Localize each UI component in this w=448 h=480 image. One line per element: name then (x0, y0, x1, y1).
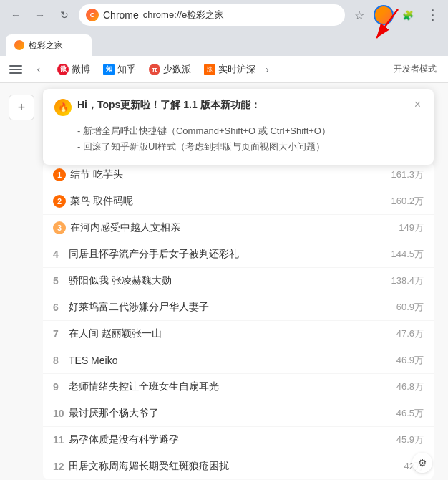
active-tab[interactable]: 检彩之家 (6, 34, 92, 56)
shaosp-favicon: π (149, 64, 160, 75)
rank-badge: 2 (53, 195, 66, 208)
url-text: chrome://e检彩之家 (143, 9, 224, 21)
sidebar-toggle-button[interactable] (6, 59, 26, 80)
bookmark-zhihu[interactable]: 知 知乎 (97, 60, 142, 79)
rank-number: 12 (53, 461, 69, 472)
rank-number: 11 (53, 434, 69, 446)
dev-tools-label[interactable]: 开发者模式 (388, 60, 442, 78)
trending-count: 144.5万 (391, 248, 424, 261)
trending-item[interactable]: 5 骄阳似我 张凌赫魏大勋 138.4万 (43, 268, 434, 294)
more-menu-button[interactable]: ⋮ (422, 5, 442, 25)
trending-title: 老师情绪失控让全班女生自扇耳光 (69, 380, 391, 393)
trending-count: 45.9万 (396, 433, 424, 446)
bookmark-more-button[interactable]: › (263, 61, 272, 78)
site-favicon: C (86, 9, 99, 21)
trending-item[interactable]: 4 同居且怀孕流产分手后女子被判还彩礼 144.5万 (43, 241, 434, 268)
weibo-label: 微博 (72, 63, 90, 76)
trending-title: 同居且怀孕流产分手后女子被判还彩礼 (69, 248, 385, 261)
bookmark-weibo[interactable]: 微 微博 (52, 60, 96, 79)
main-content: + 🔥 Hi，Tops更新啦！了解 1.1 版本新功能： × - 新增全局呼出快… (0, 83, 448, 480)
bookmark-bar: ‹ 微 微博 知 知乎 π 少数派 涨 实时沪深 › 开发者模式 (0, 56, 448, 83)
notification-popup: 🔥 Hi，Tops更新啦！了解 1.1 版本新功能： × - 新增全局呼出快捷键… (43, 89, 434, 165)
back-button[interactable]: ← (6, 5, 26, 25)
rank-number: 8 (53, 355, 69, 366)
trending-title: 最讨厌那个杨大爷了 (69, 407, 391, 420)
trending-count: 161.3万 (391, 168, 424, 181)
chrome-titlebar: ← → ↻ C Chrome chrome://e检彩之家 ☆ 🧩 ⋮ (0, 0, 448, 30)
rank-badge: 3 (53, 221, 66, 234)
refresh-button[interactable]: ↻ (54, 5, 74, 25)
trending-list: 1 结节 吃芋头 161.3万 2 菜鸟 取件码呢 160.2万 3 在河内感受… (43, 162, 434, 479)
trending-item[interactable]: 2 菜鸟 取件码呢 160.2万 (43, 188, 434, 215)
trending-title: 易孕体质是没有科学避孕 (69, 433, 391, 446)
trending-item[interactable]: 8 TES Meiko 46.9万 (43, 347, 434, 374)
popup-line-2: - 回滚了知乎新版UI样式（考虑到排版与页面视图大小问题） (77, 139, 422, 155)
trending-item[interactable]: 1 结节 吃芋头 161.3万 (43, 162, 434, 188)
settings-button[interactable]: ⚙ (412, 453, 432, 473)
rank-badge: 1 (53, 168, 66, 181)
trending-title: 骄阳似我 张凌赫魏大勋 (69, 274, 385, 287)
trending-count: 60.9万 (396, 301, 424, 314)
popup-icon: 🔥 (54, 99, 72, 116)
hamburger-line (9, 65, 22, 67)
rank-number: 6 (53, 302, 69, 313)
trending-item[interactable]: 9 老师情绪失控让全班女生自扇耳光 46.8万 (43, 374, 434, 400)
rank-number: 4 (53, 249, 69, 260)
trending-item[interactable]: 11 易孕体质是没有科学避孕 45.9万 (43, 427, 434, 453)
right-toolbar: 开发者模式 (388, 60, 442, 78)
trending-item[interactable]: 10 最讨厌那个杨大爷了 46.5万 (43, 400, 434, 427)
trending-item[interactable]: 6 好莱坞富二代涉嫌分尸华人妻子 60.9万 (43, 294, 434, 321)
page-back-button[interactable]: ‹ (29, 59, 49, 80)
tab-title: 检彩之家 (29, 39, 83, 52)
popup-close-button[interactable]: × (413, 99, 422, 110)
trending-count: 46.8万 (396, 380, 424, 393)
trending-item[interactable]: 7 在人间 赵丽颖张一山 47.6万 (43, 321, 434, 347)
settings-icon: ⚙ (418, 457, 427, 469)
add-button[interactable]: + (9, 95, 34, 120)
forward-button[interactable]: → (30, 5, 50, 25)
trending-title: 在河内感受中越人文相亲 (70, 221, 393, 234)
bookmark-list: 微 微博 知 知乎 π 少数派 涨 实时沪深 › (52, 60, 385, 79)
tab-favicon (14, 40, 24, 50)
extensions-button[interactable]: 🧩 (398, 5, 418, 25)
chrome-app-label: Chrome (103, 9, 139, 21)
profile-avatar[interactable] (374, 5, 394, 25)
trending-title: TES Meiko (69, 355, 391, 366)
rank-number: 5 (53, 275, 69, 287)
add-icon: + (18, 100, 26, 115)
trending-count: 47.6万 (396, 327, 424, 340)
trending-title: 菜鸟 取件码呢 (70, 195, 385, 208)
zhihu-label: 知乎 (117, 63, 136, 76)
rank-number: 7 (53, 328, 69, 340)
popup-body: - 新增全局呼出快捷键（Command+Shift+O 或 Ctrl+Shift… (54, 123, 422, 155)
bookmark-shaosp[interactable]: π 少数派 (143, 60, 197, 79)
popup-title: Hi，Tops更新啦！了解 1.1 版本新功能： (77, 99, 407, 112)
shaosp-label: 少数派 (163, 63, 191, 76)
trending-title: 结节 吃芋头 (70, 168, 385, 181)
trending-count: 149万 (399, 221, 424, 234)
rank-number: 9 (53, 381, 69, 393)
hamburger-line (9, 72, 22, 74)
hamburger-line (9, 69, 22, 70)
address-bar[interactable]: C Chrome chrome://e检彩之家 (79, 4, 345, 26)
trending-title: 在人间 赵丽颖张一山 (69, 327, 391, 340)
trending-count: 160.2万 (391, 195, 424, 208)
realtime-favicon: 涨 (204, 64, 215, 75)
zhihu-favicon: 知 (103, 64, 115, 75)
tab-bar: 检彩之家 (0, 30, 448, 56)
realtime-label: 实时沪深 (218, 63, 255, 76)
rank-number: 10 (53, 408, 69, 419)
trending-item[interactable]: 12 田居文称周海媚长期受红斑狼疮困扰 42万 (43, 453, 434, 479)
trending-count: 46.5万 (396, 407, 424, 420)
popup-line-1: - 新增全局呼出快捷键（Command+Shift+O 或 Ctrl+Shift… (77, 123, 422, 139)
trending-title: 好莱坞富二代涉嫌分尸华人妻子 (69, 301, 391, 314)
trending-count: 138.4万 (391, 274, 424, 287)
weibo-favicon: 微 (57, 64, 69, 75)
star-button[interactable]: ☆ (349, 5, 369, 25)
bookmark-realtime[interactable]: 涨 实时沪深 (198, 60, 261, 79)
trending-count: 46.9万 (396, 354, 424, 367)
popup-header: 🔥 Hi，Tops更新啦！了解 1.1 版本新功能： × (54, 99, 422, 116)
trending-item[interactable]: 3 在河内感受中越人文相亲 149万 (43, 215, 434, 241)
trending-title: 田居文称周海媚长期受红斑狼疮困扰 (69, 460, 399, 473)
